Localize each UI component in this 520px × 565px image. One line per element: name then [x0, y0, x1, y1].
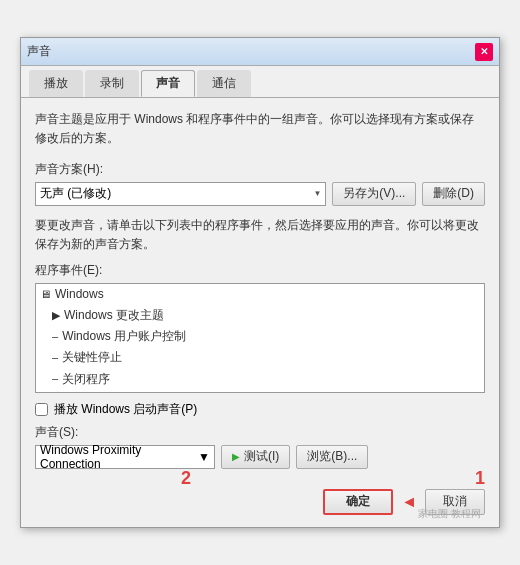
tab-content: 声音主题是应用于 Windows 和程序事件中的一组声音。你可以选择现有方案或保…: [21, 98, 499, 481]
main-window: 声音 ✕ 播放 录制 声音 通信 声音主题是应用于 Windows 和程序事件中…: [20, 37, 500, 528]
restore-up-icon: –: [52, 392, 58, 393]
theme-icon: ▶: [52, 307, 60, 325]
scheme-value: 无声 (已修改): [40, 185, 111, 202]
ok-button[interactable]: 确定: [323, 489, 393, 515]
startup-label: 播放 Windows 启动声音(P): [54, 401, 197, 418]
footer: 2 确定 ◄ 取消 1 家电圈 教程网: [21, 481, 499, 527]
description1: 声音主题是应用于 Windows 和程序事件中的一组声音。你可以选择现有方案或保…: [35, 110, 485, 148]
scheme-select[interactable]: 无声 (已修改) ▼: [35, 182, 326, 206]
tree-item-label: Windows: [55, 285, 104, 304]
tree-item-windows[interactable]: 🖥 Windows: [36, 284, 484, 305]
critical-icon: –: [52, 349, 58, 367]
program-events-tree[interactable]: 🖥 Windows ▶ Windows 更改主题 – Windows 用户账户控…: [35, 283, 485, 393]
tree-item-label: 关键性停止: [62, 348, 122, 367]
tree-item-critical[interactable]: – 关键性停止: [36, 347, 484, 368]
sound-scheme-row: 无声 (已修改) ▼ 另存为(V)... 删除(D): [35, 182, 485, 206]
description2: 要更改声音，请单击以下列表中的程序事件，然后选择要应用的声音。你可以将更改保存为…: [35, 216, 485, 254]
sound-arrow-icon: ▼: [198, 450, 210, 464]
browse-button[interactable]: 浏览(B)...: [296, 445, 368, 469]
sound-label: 声音(S):: [35, 424, 485, 441]
close-button[interactable]: ✕: [475, 43, 493, 61]
sound-select[interactable]: Windows Proximity Connection ▼: [35, 445, 215, 469]
program-events-label: 程序事件(E):: [35, 262, 485, 279]
test-label: 测试(I): [244, 448, 279, 465]
title-bar: 声音 ✕: [21, 38, 499, 66]
scheme-arrow-icon: ▼: [313, 189, 321, 198]
uac-icon: –: [52, 328, 58, 346]
tab-playback[interactable]: 播放: [29, 70, 83, 97]
play-icon: ▶: [232, 451, 240, 462]
scheme-label: 声音方案(H):: [35, 161, 485, 178]
startup-row: 播放 Windows 启动声音(P): [35, 401, 485, 418]
sound-value: Windows Proximity Connection: [40, 443, 198, 471]
tree-item-label: Windows 更改主题: [64, 306, 164, 325]
delete-button[interactable]: 删除(D): [422, 182, 485, 206]
windows-icon: 🖥: [40, 286, 51, 304]
close-program-icon: –: [52, 370, 58, 388]
badge-2: 2: [181, 468, 191, 489]
title-controls: ✕: [475, 43, 493, 61]
tabs-bar: 播放 录制 声音 通信: [21, 66, 499, 98]
tab-recording[interactable]: 录制: [85, 70, 139, 97]
tree-item-label: 关闭程序: [62, 370, 110, 389]
sound-row: Windows Proximity Connection ▼ ▶ 测试(I) 浏…: [35, 445, 485, 469]
tree-item-label: 向上还原: [62, 391, 110, 393]
badge-1: 1: [475, 468, 485, 489]
tree-item-uac[interactable]: – Windows 用户账户控制: [36, 326, 484, 347]
arrow-icon: ◄: [401, 493, 417, 511]
tree-item-close[interactable]: – 关闭程序: [36, 369, 484, 390]
test-button[interactable]: ▶ 测试(I): [221, 445, 290, 469]
tree-item-label: Windows 用户账户控制: [62, 327, 186, 346]
cancel-button[interactable]: 取消: [425, 489, 485, 515]
tab-communication[interactable]: 通信: [197, 70, 251, 97]
tree-item-theme[interactable]: ▶ Windows 更改主题: [36, 305, 484, 326]
tree-item-restore-up[interactable]: – 向上还原: [36, 390, 484, 393]
save-as-button[interactable]: 另存为(V)...: [332, 182, 416, 206]
tab-sounds[interactable]: 声音: [141, 70, 195, 97]
startup-sound-checkbox[interactable]: [35, 403, 48, 416]
window-title: 声音: [27, 43, 51, 60]
